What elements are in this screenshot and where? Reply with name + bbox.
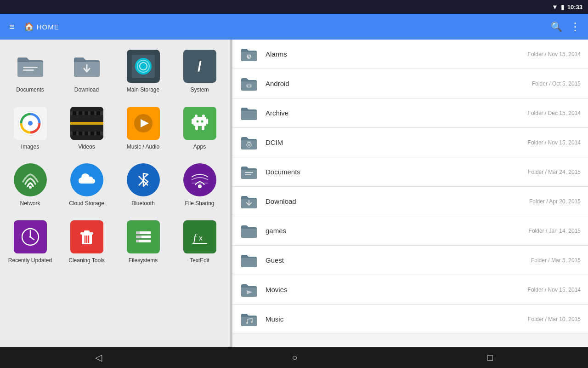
- grid-item-file-sharing[interactable]: File Sharing: [173, 158, 226, 211]
- documents-icon: [14, 50, 47, 83]
- svg-point-31: [29, 186, 32, 189]
- svg-rect-47: [136, 231, 140, 234]
- cloud-storage-label: Cloud Storage: [69, 200, 104, 207]
- svg-text:f: f: [193, 231, 198, 243]
- svg-rect-12: [85, 111, 88, 115]
- svg-rect-27: [195, 126, 198, 130]
- svg-rect-14: [96, 111, 100, 115]
- top-bar: ≡ 🏠 HOME 🔍 ⋮: [0, 14, 588, 40]
- home-button[interactable]: ○: [281, 349, 308, 367]
- svg-rect-13: [90, 111, 94, 115]
- svg-rect-11: [79, 111, 82, 115]
- grid-item-bluetooth[interactable]: Bluetooth: [117, 158, 170, 211]
- svg-rect-10: [73, 111, 76, 115]
- download-list-meta: Folder / Apr 20, 2015: [529, 198, 581, 205]
- menu-button[interactable]: ≡: [7, 20, 17, 34]
- breadcrumb-label: HOME: [37, 23, 59, 31]
- alarms-name: Alarms: [266, 50, 528, 58]
- file-sharing-icon: [183, 163, 216, 196]
- file-item-games[interactable]: games Folder / Jan 14, 2015: [232, 216, 588, 246]
- file-item-archive[interactable]: Archive Folder / Dec 15, 2014: [232, 98, 588, 128]
- file-item-music[interactable]: Music Folder / Mar 10, 2015: [232, 305, 588, 334]
- documents-folder-icon: [240, 163, 258, 181]
- archive-meta-text: Folder / Dec 15, 2014: [528, 110, 581, 116]
- music-list-info: Music: [266, 315, 528, 323]
- music-list-meta: Folder / Mar 10, 2015: [528, 316, 581, 322]
- music-list-name: Music: [266, 315, 528, 323]
- android-meta-text: Folder / Oct 5, 2015: [532, 80, 581, 87]
- download-label: Download: [74, 86, 99, 94]
- recents-button[interactable]: □: [476, 349, 504, 367]
- bluetooth-icon: [127, 163, 160, 196]
- svg-point-60: [248, 144, 250, 146]
- images-label: Images: [21, 144, 39, 151]
- dcim-folder-icon: [240, 133, 258, 152]
- svg-rect-32: [192, 183, 208, 184]
- documents-label: Documents: [16, 86, 44, 94]
- svg-point-37: [29, 236, 31, 238]
- svg-point-33: [198, 184, 202, 188]
- games-meta: Folder / Jan 14, 2015: [529, 228, 581, 234]
- download-list-name: Download: [266, 197, 529, 205]
- svg-point-66: [251, 321, 253, 323]
- grid-item-cloud-storage[interactable]: Cloud Storage: [60, 158, 113, 211]
- grid-item-filesystems[interactable]: Filesystems: [117, 215, 170, 268]
- archive-info: Archive: [266, 109, 528, 117]
- svg-rect-1: [23, 69, 34, 71]
- documents-list-name: Documents: [266, 168, 528, 176]
- file-item-guest[interactable]: Guest Folder / Mar 5, 2015: [232, 246, 588, 275]
- system-label: System: [190, 86, 209, 94]
- download-list-info: Download: [266, 197, 529, 205]
- textedit-icon: f x: [183, 220, 216, 253]
- status-time: 10:33: [567, 4, 582, 11]
- network-label: Network: [20, 200, 40, 207]
- games-info: games: [266, 227, 529, 235]
- grid-item-textedit[interactable]: f x TextEdit: [173, 215, 226, 268]
- grid-item-images[interactable]: Images: [4, 101, 57, 155]
- file-item-movies[interactable]: Movies Folder / Nov 15, 2014: [232, 275, 588, 305]
- grid-item-network[interactable]: Network: [4, 158, 57, 211]
- dcim-info: DCIM: [266, 138, 528, 146]
- grid-item-documents[interactable]: Documents: [4, 44, 57, 98]
- icon-grid: Documents Download: [4, 44, 226, 268]
- bottom-nav: ◁ ○ □: [0, 347, 588, 368]
- more-options-icon[interactable]: ⋮: [570, 20, 581, 33]
- file-sharing-label: File Sharing: [185, 200, 214, 207]
- file-item-documents[interactable]: Documents Folder / Mar 24, 2015: [232, 157, 588, 187]
- download-list-meta-text: Folder / Apr 20, 2015: [529, 198, 581, 205]
- grid-item-recently-updated[interactable]: Recently Updated: [4, 215, 57, 268]
- movies-name: Movies: [266, 286, 528, 293]
- svg-rect-29: [192, 119, 193, 124]
- grid-item-download[interactable]: Download: [60, 44, 113, 98]
- search-icon[interactable]: 🔍: [551, 21, 562, 32]
- download-icon: [70, 50, 103, 83]
- guest-info: Guest: [266, 256, 531, 264]
- grid-item-apps[interactable]: Apps: [173, 101, 226, 155]
- archive-name: Archive: [266, 109, 528, 117]
- home-icon: 🏠: [24, 22, 34, 32]
- svg-point-26: [201, 120, 203, 122]
- dcim-name: DCIM: [266, 138, 528, 146]
- music-label: Music / Audio: [127, 144, 159, 151]
- svg-rect-19: [96, 132, 100, 135]
- right-panel: Alarms Folder / Nov 15, 2014: [232, 40, 588, 347]
- images-icon: [14, 107, 47, 140]
- archive-folder-icon: [240, 104, 258, 122]
- file-item-android[interactable]: Android Folder / Oct 5, 2015: [232, 69, 588, 98]
- file-item-alarms[interactable]: Alarms Folder / Nov 15, 2014: [232, 40, 588, 69]
- grid-item-cleaning-tools[interactable]: Cleaning Tools: [60, 215, 113, 268]
- file-item-dcim[interactable]: DCIM Folder / Nov 15, 2014: [232, 128, 588, 157]
- grid-item-main-storage[interactable]: Main Storage: [117, 44, 170, 98]
- svg-rect-20: [70, 122, 103, 125]
- archive-meta: Folder / Dec 15, 2014: [528, 110, 581, 116]
- cleaning-tools-label: Cleaning Tools: [68, 257, 105, 264]
- grid-item-videos[interactable]: Videos: [60, 101, 113, 155]
- file-item-download[interactable]: Download Folder / Apr 20, 2015: [232, 187, 588, 216]
- back-button[interactable]: ◁: [84, 348, 113, 367]
- guest-folder-icon: [240, 251, 258, 270]
- grid-item-music[interactable]: Music / Audio: [117, 101, 170, 155]
- alarms-meta-text: Folder / Nov 15, 2014: [528, 51, 581, 58]
- android-info: Android: [266, 80, 532, 87]
- status-bar: ▼ ▮ 10:33: [0, 0, 588, 14]
- grid-item-system[interactable]: / System: [173, 44, 226, 98]
